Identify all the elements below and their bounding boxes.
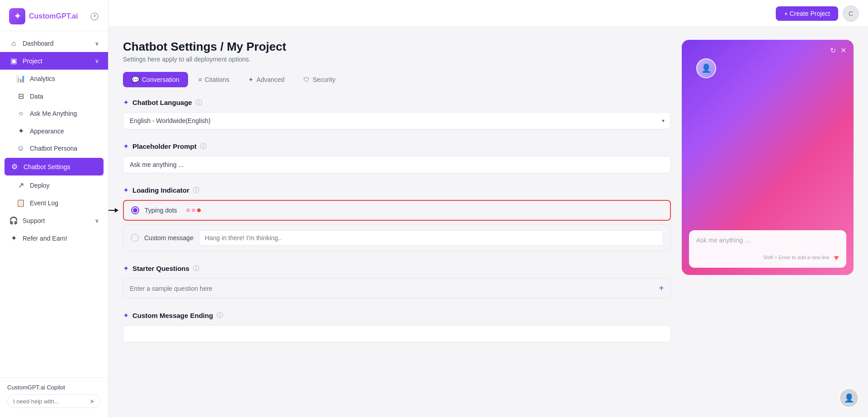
- section-title: Starter Questions: [132, 265, 189, 272]
- typing-dots-option[interactable]: Typing dots: [123, 200, 671, 221]
- tab-citations[interactable]: ≡ Citations: [190, 72, 238, 87]
- sidebar-item-event-log[interactable]: 📋 Event Log: [0, 194, 108, 212]
- persona-icon: ☺: [16, 144, 25, 152]
- sidebar-item-label: Chatbot Persona: [30, 145, 77, 152]
- arrow-annotation: [108, 210, 118, 211]
- chevron-down-icon: ∨: [95, 58, 99, 64]
- sparkle-icon: ✦: [123, 311, 129, 320]
- section-header: ✦ Placeholder Prompt ⓘ: [123, 142, 671, 151]
- topbar: + Create Project C: [108, 0, 868, 27]
- tab-security[interactable]: 🛡 Security: [295, 72, 344, 87]
- sidebar-item-support[interactable]: 🎧 Support ∨: [0, 212, 108, 229]
- preview-hint-text: Shift + Enter to add a new line: [763, 255, 830, 260]
- chevron-down-icon: ∨: [95, 40, 99, 47]
- settings-icon: ⚙: [10, 162, 19, 171]
- tab-conversation[interactable]: 💬 Conversation: [123, 72, 188, 87]
- section-header: ✦ Chatbot Language ⓘ: [123, 98, 671, 107]
- send-icon[interactable]: ➤: [90, 398, 95, 405]
- sidebar-item-data[interactable]: ⊟ Data: [0, 87, 108, 105]
- add-starter-question-button[interactable]: +: [659, 283, 664, 294]
- analytics-icon: 📊: [16, 74, 25, 83]
- info-icon[interactable]: ⓘ: [217, 312, 223, 320]
- info-icon[interactable]: ⓘ: [196, 99, 202, 107]
- sidebar-item-chatbot-persona[interactable]: ☺ Chatbot Persona: [0, 140, 108, 157]
- citations-tab-icon: ≡: [198, 76, 202, 83]
- page-subtitle: Settings here apply to all deployment op…: [123, 56, 671, 63]
- logo-name: CustomGPT: [29, 12, 70, 20]
- starter-question-row: +: [123, 278, 671, 299]
- sidebar-item-ask-me-anything[interactable]: ○ Ask Me Anything: [0, 105, 108, 122]
- chevron-down-icon: ∨: [95, 218, 99, 224]
- loading-options: Typing dots Custom message: [123, 200, 671, 251]
- logo-text: CustomGPT.ai: [29, 12, 78, 20]
- create-project-button[interactable]: + Create Project: [776, 6, 838, 21]
- custom-message-ending-input[interactable]: [123, 325, 671, 342]
- sidebar-item-label: Ask Me Anything: [30, 110, 77, 117]
- chatbot-language-section: ✦ Chatbot Language ⓘ English - Worldwide…: [123, 98, 671, 129]
- copilot-section: CustomGPT.ai Copilot ➤: [0, 377, 108, 417]
- radio-typing-dots[interactable]: [131, 206, 139, 214]
- clock-icon[interactable]: 🕐: [90, 12, 99, 21]
- main-area: + Create Project C Chatbot Settings / My…: [108, 0, 868, 417]
- logo-suffix: .ai: [70, 12, 78, 20]
- arrowhead: [115, 208, 118, 213]
- tab-advanced[interactable]: ✦ Advanced: [240, 72, 293, 87]
- copilot-input-wrap[interactable]: ➤: [7, 394, 101, 408]
- bottom-user-avatar[interactable]: 👤: [839, 388, 859, 408]
- info-icon[interactable]: ⓘ: [200, 142, 207, 151]
- custom-message-input[interactable]: [199, 230, 663, 246]
- preview-send-icon[interactable]: ➤: [831, 252, 841, 262]
- preview-chat-body: [682, 82, 854, 223]
- starter-question-input[interactable]: [130, 285, 655, 292]
- section-title: Placeholder Prompt: [132, 142, 197, 150]
- tab-label: Conversation: [142, 76, 179, 83]
- sidebar-item-appearance[interactable]: ✦ Appearance: [0, 122, 108, 140]
- sidebar-item-label: Refer and Earn!: [23, 235, 67, 242]
- radio-custom-message[interactable]: [131, 234, 139, 242]
- starter-questions-section: ✦ Starter Questions ⓘ +: [123, 264, 671, 299]
- deploy-icon: ↗: [16, 181, 25, 190]
- language-select-wrapper: English - Worldwide(English) ▾: [123, 112, 671, 129]
- loading-indicator-section: ✦ Loading Indicator ⓘ Typing dots: [123, 186, 671, 251]
- sidebar-item-analytics[interactable]: 📊 Analytics: [0, 70, 108, 87]
- placeholder-prompt-input[interactable]: [123, 156, 671, 173]
- close-icon[interactable]: ✕: [840, 46, 846, 55]
- sidebar-item-dashboard[interactable]: ⌂ Dashboard ∨: [0, 35, 108, 52]
- ask-icon: ○: [16, 109, 25, 118]
- preview-avatar-wrap: 👤: [682, 58, 854, 82]
- language-select[interactable]: English - Worldwide(English): [123, 112, 671, 129]
- settings-panel: Chatbot Settings / My Project Settings h…: [123, 40, 671, 404]
- placeholder-prompt-section: ✦ Placeholder Prompt ⓘ: [123, 142, 671, 173]
- info-icon[interactable]: ⓘ: [193, 265, 199, 273]
- sidebar-item-refer[interactable]: ✦ Refer and Earn!: [0, 229, 108, 247]
- logo-area: ✦ CustomGPT.ai 🕐: [0, 0, 108, 31]
- section-title: Chatbot Language: [132, 99, 192, 106]
- sidebar-item-label: Chatbot Settings: [24, 163, 71, 171]
- sidebar-item-deploy[interactable]: ↗ Deploy: [0, 176, 108, 194]
- security-tab-icon: 🛡: [303, 76, 310, 83]
- logo-icon: ✦: [9, 8, 25, 24]
- refer-icon: ✦: [9, 234, 18, 242]
- copilot-label: CustomGPT.ai Copilot: [7, 384, 101, 391]
- custom-message-label: Custom message: [144, 234, 193, 242]
- preview-topbar: ↻ ✕: [682, 40, 854, 58]
- tabs-bar: 💬 Conversation ≡ Citations ✦ Advanced 🛡 …: [123, 72, 671, 87]
- sidebar-item-project[interactable]: ▣ Project ∨: [0, 52, 108, 70]
- sidebar-item-label: Deploy: [30, 182, 50, 189]
- custom-message-ending-section: ✦ Custom Message Ending ⓘ: [123, 311, 671, 342]
- sparkle-icon: ✦: [123, 142, 129, 151]
- appearance-icon: ✦: [16, 127, 25, 135]
- user-avatar-button[interactable]: C: [843, 5, 859, 22]
- project-icon: ▣: [9, 57, 18, 65]
- sidebar-item-label: Dashboard: [23, 40, 54, 47]
- refresh-icon[interactable]: ↻: [830, 46, 836, 55]
- sidebar-item-chatbot-settings[interactable]: ⚙ Chatbot Settings: [5, 158, 104, 175]
- info-icon[interactable]: ⓘ: [193, 186, 199, 194]
- sidebar-item-label: Data: [30, 93, 43, 100]
- tab-label: Citations: [205, 76, 229, 83]
- custom-message-option[interactable]: Custom message: [123, 224, 671, 251]
- content-area: Chatbot Settings / My Project Settings h…: [108, 27, 868, 417]
- sparkle-icon: ✦: [123, 264, 129, 273]
- preview-input-footer: Shift + Enter to add a new line ➤: [696, 253, 839, 261]
- copilot-input[interactable]: [13, 398, 90, 405]
